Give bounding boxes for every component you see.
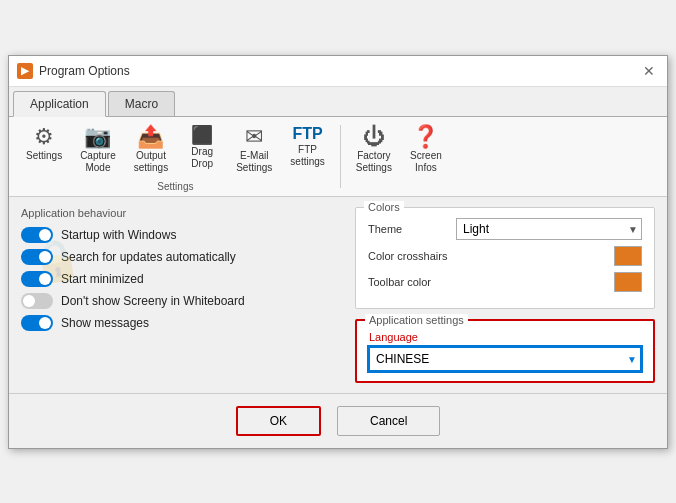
toggle-minimized-switch[interactable] [21,271,53,287]
language-select-wrap: CHINESE ENGLISH GERMAN FRENCH SPANISH ▼ [369,347,641,371]
drag-icon: ⬛ [191,126,213,144]
toolbar-drag-label: DragDrop [191,146,213,170]
factory-icon: ⏻ [363,126,385,148]
app-icon: ▶ [17,63,33,79]
toolbar-color-label: Toolbar color [368,276,448,288]
app-behaviour-title: Application behaviour [21,207,343,219]
toolbar-ftp-label: FTPsettings [290,144,324,168]
toolbar-drag-btn[interactable]: ⬛ DragDrop [177,121,227,179]
toolbar-color-swatch[interactable] [614,272,642,292]
title-bar: ▶ Program Options ✕ [9,56,667,87]
theme-label: Theme [368,223,448,235]
toggle-startup-switch[interactable] [21,227,53,243]
settings-icon: ⚙ [34,126,54,148]
dialog-title: Program Options [39,64,130,78]
toolbar-output-label: Outputsettings [134,150,168,174]
language-select[interactable]: CHINESE ENGLISH GERMAN FRENCH SPANISH [369,347,641,371]
toggle-messages: Show messages [21,315,343,331]
toggle-startup-label: Startup with Windows [61,228,176,242]
left-panel: Application behaviour 🔒 Startup with Win… [21,207,343,383]
app-settings-box: Application settings Language CHINESE EN… [355,319,655,383]
toggle-whiteboard: Don't show Screeny in Whiteboard [21,293,343,309]
toolbar-buttons: ⚙ Settings 📷 CaptureMode 📤 Outputsetting… [17,121,659,192]
toolbar-color-row: Toolbar color [368,272,642,292]
crosshairs-row: Color crosshairs [368,246,642,266]
tab-application[interactable]: Application [13,91,106,117]
toggle-whiteboard-label: Don't show Screeny in Whiteboard [61,294,245,308]
toolbar-capture-label: CaptureMode [80,150,116,174]
right-panel: Colors Theme Light Dark ▼ Color crossha [355,207,655,383]
tab-macro[interactable]: Macro [108,91,175,116]
capture-icon: 📷 [84,126,111,148]
toolbar-group-buttons-factory: ⏻ FactorySettings ❓ ScreenInfos [347,121,451,179]
app-settings-title: Application settings [365,314,468,326]
theme-select-wrap: Light Dark ▼ [456,218,642,240]
toggle-whiteboard-switch[interactable] [21,293,53,309]
toolbar-group-buttons-settings: ⚙ Settings 📷 CaptureMode 📤 Outputsetting… [17,121,334,179]
output-icon: 📤 [137,126,164,148]
email-icon: ✉ [245,126,263,148]
toggle-minimized: Start minimized [21,271,343,287]
toolbar-settings-btn[interactable]: ⚙ Settings [17,121,71,179]
toolbar: ⚙ Settings 📷 CaptureMode 📤 Outputsetting… [9,117,667,197]
section-group: Application behaviour 🔒 Startup with Win… [21,207,655,383]
toolbar-email-label: E-MailSettings [236,150,272,174]
toolbar-output-btn[interactable]: 📤 Outputsettings [125,121,177,179]
colors-box-title: Colors [364,201,404,213]
toggle-updates-label: Search for updates automatically [61,250,236,264]
toggle-updates: Search for updates automatically [21,249,343,265]
crosshairs-label: Color crosshairs [368,250,448,262]
toolbar-settings-label: Settings [26,150,62,162]
toggle-startup: Startup with Windows [21,227,343,243]
toolbar-sep [340,125,341,188]
ok-button[interactable]: OK [236,406,321,436]
toolbar-factory-btn[interactable]: ⏻ FactorySettings [347,121,401,179]
toggle-updates-switch[interactable] [21,249,53,265]
crosshairs-color-swatch[interactable] [614,246,642,266]
theme-row: Theme Light Dark ▼ [368,218,642,240]
toolbar-capture-btn[interactable]: 📷 CaptureMode [71,121,125,179]
toggle-minimized-label: Start minimized [61,272,144,286]
language-label: Language [369,331,641,343]
toolbar-group-settings: ⚙ Settings 📷 CaptureMode 📤 Outputsetting… [17,121,334,192]
toolbar-screen-btn[interactable]: ❓ ScreenInfos [401,121,451,179]
colors-box: Colors Theme Light Dark ▼ Color crossha [355,207,655,309]
toolbar-screen-label: ScreenInfos [410,150,442,174]
toggle-messages-switch[interactable] [21,315,53,331]
ftp-icon: FTP [292,126,322,142]
toolbar-email-btn[interactable]: ✉ E-MailSettings [227,121,281,179]
title-bar-left: ▶ Program Options [17,63,130,79]
toggle-messages-label: Show messages [61,316,149,330]
close-button[interactable]: ✕ [639,61,659,81]
theme-select[interactable]: Light Dark [456,218,642,240]
toolbar-ftp-btn[interactable]: FTP FTPsettings [281,121,333,179]
tab-bar: Application Macro [9,87,667,117]
toolbar-factory-label: FactorySettings [356,150,392,174]
toolbar-group-factory: ⏻ FactorySettings ❓ ScreenInfos [347,121,451,192]
footer: OK Cancel [9,393,667,448]
main-content: Application behaviour 🔒 Startup with Win… [9,197,667,393]
toolbar-group-label-settings: Settings [157,179,193,192]
cancel-button[interactable]: Cancel [337,406,440,436]
program-options-dialog: ▶ Program Options ✕ Application Macro ⚙ … [8,55,668,449]
screen-icon: ❓ [412,126,439,148]
